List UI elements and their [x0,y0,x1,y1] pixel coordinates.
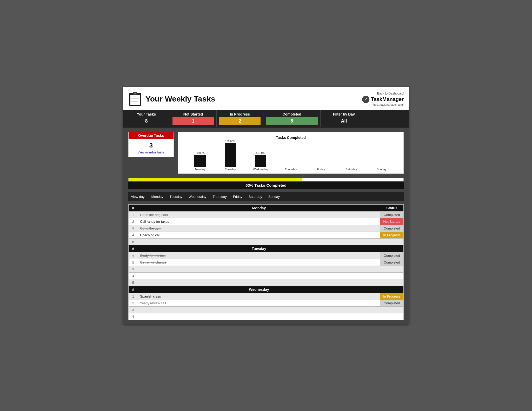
app-title: Your Weekly Tasks [145,95,215,103]
svg-point-3 [135,92,136,94]
chart-col-saturday: 0%Saturday [336,163,366,171]
task-num: 5 [129,279,138,286]
task-name: Go to the dog park [138,211,380,218]
progress-section: 63% Tasks Completed [128,178,404,189]
day-btn-sunday[interactable]: Sunday [265,194,283,200]
chart-title: Tasks Completed [182,136,399,140]
stats-row: Your Tasks 8 Not Started 1 In Progress 2… [123,110,409,127]
task-name [138,306,380,313]
chart-col-thursday: 0%Thursday [276,163,306,171]
table-row: 3 [129,306,404,313]
task-name: Yearly review call [138,300,380,306]
stat-completed: Completed 5 [263,110,321,127]
table-row: 2 Get an oil change Completed [129,259,404,266]
brand-name: TaskManager [371,96,404,102]
chart-col-sunday: 0%Sunday [367,163,397,171]
task-num: 2 [129,259,138,266]
bar-day-label: Saturday [345,168,357,171]
brand-url: https://taskmanager.com/ [362,103,404,106]
stat-not-started: Not Started 1 [170,110,217,127]
wednesday-status-header [380,286,404,293]
status-badge [380,266,404,272]
task-name [138,279,380,286]
task-num: 1 [129,252,138,259]
chart-col-monday: 50.00%Monday [185,152,215,171]
task-name [138,272,380,279]
task-name [138,266,380,272]
view-day-label: View day - [131,195,147,199]
tasks-table: # Monday Status 1 Go to the dog park Com… [128,204,404,320]
header: Your Weekly Tasks Back to Dashboard ✓ Ta… [123,87,409,110]
status-badge [380,313,404,320]
stat-filter[interactable]: Filter by Day All [321,110,367,127]
wednesday-hash: # [129,286,138,293]
your-tasks-label: Your Tasks [126,112,167,117]
table-row: 4 [129,313,404,320]
day-btn-tuesday[interactable]: Tuesday [167,194,185,200]
not-started-label: Not Started [172,112,214,117]
status-badge: Completed [380,259,404,266]
table-row: 4 Coaching call In Progress [129,232,404,238]
chart-container: Tasks Completed 50.00%Monday100.00%Tuesd… [178,132,404,174]
table-row: 2 Call randy for taxes Not Started [129,218,404,225]
table-row: 1 Go to the dog park Completed [129,211,404,218]
task-num: 4 [129,313,138,320]
status-badge: Not Started [380,218,404,225]
filter-label: Filter by Day [323,112,365,117]
bar-day-label: Wednesday [253,168,268,171]
svg-rect-1 [130,95,140,105]
overdue-title: Overdue Tasks [129,132,174,139]
app-container: Your Weekly Tasks Back to Dashboard ✓ Ta… [123,87,409,324]
header-left: Your Weekly Tasks [128,91,215,107]
not-started-value: 1 [172,117,214,125]
task-name: Call randy for taxes [138,218,380,225]
tuesday-day-label: Tuesday [138,245,380,252]
task-num: 3 [129,225,138,232]
task-name: Spanish class [138,293,380,300]
bar [255,155,266,167]
bar-day-label: Thursday [285,168,297,171]
overdue-count: 3 [129,139,174,151]
table-row: 1 Spanish class In Progress [129,293,404,300]
task-num: 2 [129,300,138,306]
day-btn-saturday[interactable]: Saturday [245,194,265,200]
day-btn-thursday[interactable]: Thursday [210,194,230,200]
header-right: Back to Dashboard ✓ TaskManager https://… [362,92,404,106]
bar-label: 50.00% [256,152,265,154]
task-name: Study for the test [138,252,380,259]
bar-day-label: Tuesday [225,168,236,171]
table-row: 1 Study for the test Completed [129,252,404,259]
progress-bar-outer [128,178,404,181]
view-overdue-link[interactable]: View overdue tasks [129,151,174,157]
task-num: 4 [129,232,138,238]
table-row: 5 [129,238,404,245]
wednesday-day-label: Wednesday [138,286,380,293]
clipboard-icon [128,91,142,107]
bar-label: 100.00% [225,140,235,143]
table-row: 2 Yearly review call Completed [129,300,404,306]
in-progress-label: In Progress [219,112,261,117]
bar-day-label: Monday [195,168,205,171]
table-row: 4 [129,272,404,279]
bar-label: 50.00% [196,152,204,154]
in-progress-value: 2 [219,117,261,125]
bar [225,143,236,167]
day-btn-monday[interactable]: Monday [148,194,166,200]
monday-status-header: Status [380,204,404,211]
day-btn-friday[interactable]: Friday [230,194,245,200]
task-num: 5 [129,238,138,245]
tuesday-header-row: # Tuesday [129,245,404,252]
overdue-box: Overdue Tasks 3 View overdue tasks [128,132,174,157]
task-name: Get an oil change [138,259,380,266]
chart-col-tuesday: 100.00%Tuesday [215,140,245,171]
tuesday-hash: # [129,245,138,252]
top-section: Overdue Tasks 3 View overdue tasks Tasks… [128,132,404,174]
task-num: 3 [129,306,138,313]
day-btn-wednesday[interactable]: Wednesday [185,194,209,200]
status-badge: Completed [380,211,404,218]
back-to-dashboard-link[interactable]: Back to Dashboard [362,92,404,95]
status-badge: Completed [380,225,404,232]
task-name [138,238,380,245]
status-badge [380,272,404,279]
task-name: Coaching call [138,232,380,238]
